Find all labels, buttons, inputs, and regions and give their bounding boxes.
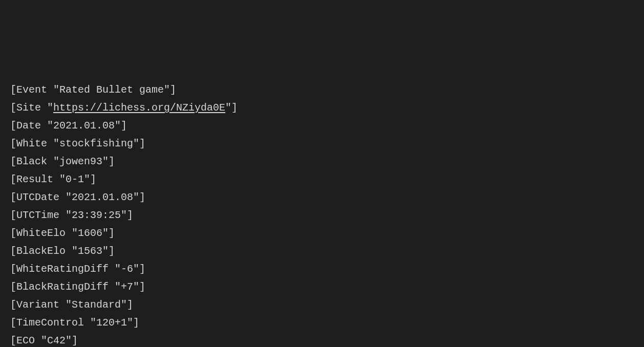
pgn-header-key: ECO [16, 335, 35, 346]
pgn-header-date: [Date "2021.01.08"] [10, 117, 634, 135]
pgn-header-value: 2021.01.08 [53, 120, 115, 132]
pgn-header-value: 2021.01.08 [72, 191, 133, 203]
pgn-header-whiteelo: [WhiteElo "1606"] [10, 224, 634, 242]
pgn-header-eco: [ECO "C42"] [10, 332, 634, 347]
pgn-header-key: Event [16, 84, 47, 96]
pgn-header-value: 120+1 [96, 317, 127, 329]
pgn-header-value: jowen93 [59, 156, 102, 167]
pgn-header-utctime: [UTCTime "23:39:25"] [10, 206, 634, 224]
pgn-header-site: [Site "https://lichess.org/NZiyda0E"] [10, 99, 634, 117]
pgn-header-key: BlackRatingDiff [16, 281, 109, 293]
pgn-site-link[interactable]: https://lichess.org/NZiyda0E [53, 102, 225, 114]
pgn-header-key: White [16, 138, 47, 149]
pgn-header-value: stockfishing [59, 138, 133, 149]
pgn-header-value: 1563 [78, 245, 102, 257]
pgn-header-whiteratingdiff: [WhiteRatingDiff "-6"] [10, 260, 634, 278]
pgn-header-value: Standard [72, 299, 121, 311]
pgn-header-utcdate: [UTCDate "2021.01.08"] [10, 188, 634, 206]
pgn-header-key: TimeControl [16, 317, 84, 329]
pgn-header-value: -6 [121, 263, 133, 275]
pgn-header-event: [Event "Rated Bullet game"] [10, 81, 634, 99]
pgn-header-key: Black [16, 156, 47, 167]
pgn-header-value: C42 [47, 335, 66, 346]
pgn-header-result: [Result "0-1"] [10, 170, 634, 188]
pgn-header-key: BlackElo [16, 245, 66, 257]
pgn-header-value: 0-1 [66, 174, 84, 185]
pgn-header-blackelo: [BlackElo "1563"] [10, 242, 634, 260]
pgn-header-key: UTCDate [16, 191, 59, 203]
pgn-header-key: Site [16, 102, 41, 114]
pgn-header-black: [Black "jowen93"] [10, 153, 634, 170]
pgn-header-key: Date [16, 120, 41, 132]
pgn-header-key: Result [16, 174, 53, 185]
pgn-header-key: UTCTime [16, 209, 59, 221]
pgn-header-value: +7 [121, 281, 133, 293]
pgn-header-key: Variant [16, 299, 59, 311]
pgn-header-value: 23:39:25 [72, 209, 121, 221]
pgn-header-value: Rated Bullet game [59, 84, 164, 96]
pgn-header-key: WhiteRatingDiff [16, 263, 109, 275]
pgn-header-timecontrol: [TimeControl "120+1"] [10, 314, 634, 332]
pgn-header-value: 1606 [78, 227, 102, 239]
pgn-header-variant: [Variant "Standard"] [10, 296, 634, 314]
pgn-header-white: [White "stockfishing"] [10, 135, 634, 153]
pgn-header-blackratingdiff: [BlackRatingDiff "+7"] [10, 278, 634, 296]
pgn-text-block: [Event "Rated Bullet game"][Site "https:… [10, 81, 634, 347]
pgn-header-key: WhiteElo [16, 227, 66, 239]
